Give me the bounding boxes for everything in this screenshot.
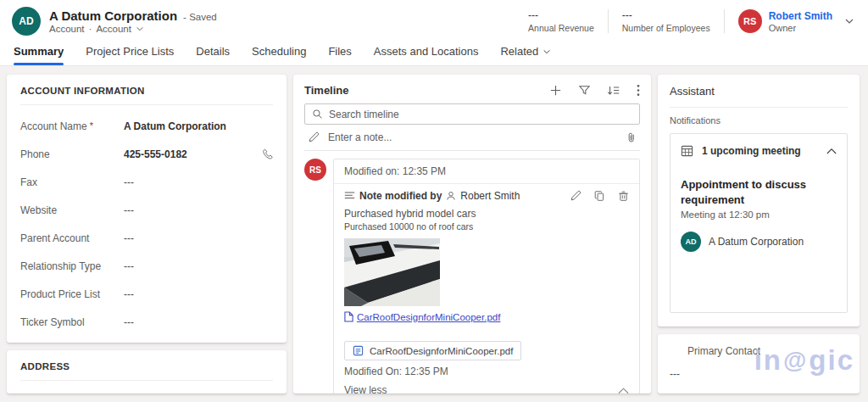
field-value[interactable]: ---: [124, 204, 134, 216]
header-field-annual-revenue[interactable]: --- Annual Revenue: [515, 9, 609, 33]
form-selector[interactable]: Account: [96, 24, 131, 34]
field-website: Website ---: [20, 196, 273, 224]
add-record-button[interactable]: [549, 84, 562, 97]
entity-type-label: Account: [49, 24, 85, 34]
delete-note-icon[interactable]: [618, 190, 629, 202]
account-information-section: ACCOUNT INFORMATION Account Name * A Dat…: [7, 75, 287, 343]
section-title: ADDRESS: [20, 361, 273, 371]
field-value[interactable]: ---: [124, 176, 134, 188]
note-file-link[interactable]: CarRoofDesignforMiniCooper.pdf: [357, 312, 500, 322]
notification-card: 1 upcoming meeting Appointment to discus…: [670, 133, 848, 313]
field-value[interactable]: 425-555-0182: [124, 148, 187, 160]
notification-account-row[interactable]: AD A Datum Corporation: [681, 232, 837, 252]
tab-assets-and-locations[interactable]: Assets and Locations: [374, 45, 479, 65]
filter-button[interactable]: [578, 84, 591, 97]
attachment-name: CarRoofDesignforMiniCooper.pdf: [370, 346, 513, 356]
phone-icon[interactable]: [262, 148, 273, 159]
field-label: Relationship Type: [20, 260, 101, 272]
person-icon: [446, 191, 456, 201]
plus-icon: [549, 84, 562, 97]
breadcrumb-separator: ·: [89, 24, 92, 34]
field-value[interactable]: ---: [124, 316, 134, 328]
owner-name-link[interactable]: Robert Smith: [769, 10, 832, 22]
paperclip-icon[interactable]: [626, 131, 637, 143]
field-value[interactable]: ---: [124, 260, 134, 272]
owner-role-label: Owner: [769, 23, 832, 33]
note-body-line2: Purchased 10000 no of roof cars: [344, 221, 629, 232]
form-body: ACCOUNT INFORMATION Account Name * A Dat…: [0, 66, 868, 402]
inogic-watermark: in@gic: [754, 344, 854, 377]
tab-files[interactable]: Files: [328, 45, 351, 65]
field-value[interactable]: A Datum Corporation: [124, 120, 226, 132]
divider: [20, 104, 273, 105]
enter-note-placeholder: Enter a note...: [328, 131, 392, 143]
chevron-down-icon: [542, 47, 551, 56]
note-body-line1: Purchased hybrid model cars: [344, 208, 629, 220]
chevron-up-icon: [618, 387, 629, 394]
saved-status: - Saved: [183, 12, 217, 22]
field-value[interactable]: ---: [124, 232, 134, 244]
notification-header: 1 upcoming meeting: [702, 145, 818, 157]
note-icon: [344, 191, 355, 201]
attachment-chip[interactable]: CarRoofDesignforMiniCooper.pdf: [344, 341, 521, 360]
tab-related[interactable]: Related: [500, 45, 551, 65]
field-label: Product Price List: [20, 288, 100, 300]
timeline-title: Timeline: [304, 84, 349, 97]
annual-revenue-label: Annual Revenue: [528, 23, 594, 33]
field-label: Phone: [20, 148, 50, 160]
field-value[interactable]: ---: [124, 288, 134, 300]
watermark-text: in: [754, 344, 782, 377]
vertical-ellipsis-icon: [637, 84, 640, 97]
view-less-control[interactable]: View less: [344, 384, 629, 394]
field-phone: Phone 425-555-0182: [20, 140, 273, 168]
note-author-avatar: RS: [304, 159, 326, 181]
account-avatar: AD: [12, 7, 41, 36]
tab-details[interactable]: Details: [196, 45, 230, 65]
field-product-price-list: Product Price List ---: [20, 280, 273, 308]
tab-summary[interactable]: Summary: [14, 45, 64, 65]
field-label: Fax: [20, 176, 37, 188]
primary-contact-section: Primary Contact --- CONTACTS in@gic: [658, 334, 860, 394]
calendar-icon: [681, 144, 693, 157]
owner-field[interactable]: RS Robert Smith Owner: [725, 9, 832, 33]
tab-scheduling[interactable]: Scheduling: [252, 45, 306, 65]
account-avatar: AD: [681, 232, 701, 252]
tab-project-price-lists[interactable]: Project Price Lists: [86, 45, 174, 65]
filter-icon: [578, 84, 591, 97]
search-timeline-input[interactable]: [304, 103, 640, 125]
watermark-text: gic: [809, 344, 854, 377]
watermark-at-glyph: @: [783, 347, 808, 374]
note-header-text: Note modified by: [359, 190, 442, 202]
field-label: Ticker Symbol: [20, 316, 85, 328]
field-ticker-symbol: Ticker Symbol ---: [20, 308, 273, 336]
field-account-name: Account Name * A Datum Corporation: [20, 112, 273, 140]
expand-collapse-records-button[interactable]: [607, 84, 620, 97]
notification-account-name: A Datum Corporation: [709, 236, 804, 248]
edit-note-icon[interactable]: [570, 190, 581, 202]
copy-note-icon[interactable]: [594, 190, 605, 202]
pdf-attachment-icon: [353, 345, 364, 356]
view-less-label: View less: [344, 384, 387, 394]
field-label: Account Name: [20, 120, 87, 132]
search-icon: [312, 109, 323, 120]
header-expand-chevron-icon[interactable]: [844, 16, 854, 26]
section-title: ACCOUNT INFORMATION: [20, 86, 273, 96]
field-relationship-type: Relationship Type ---: [20, 252, 273, 280]
timeline-section: Timeline: [293, 75, 651, 394]
chevron-down-icon[interactable]: [136, 25, 144, 33]
header-field-number-of-employees[interactable]: --- Number of Employees: [609, 9, 725, 33]
employees-label: Number of Employees: [622, 23, 710, 33]
notifications-label: Notifications: [670, 115, 848, 126]
enter-note-field[interactable]: Enter a note...: [304, 125, 640, 151]
tab-related-label: Related: [500, 45, 538, 58]
car-roof-image[interactable]: [344, 238, 440, 306]
timeline-note-record: RS Modified on: 12:35 PM Note modified b…: [304, 159, 640, 394]
sort-records-icon: [607, 84, 620, 97]
note-author-name[interactable]: Robert Smith: [460, 190, 520, 202]
chevron-up-icon[interactable]: [826, 148, 837, 154]
notification-title[interactable]: Appointment to discuss requirement: [681, 177, 808, 207]
more-commands-button[interactable]: [637, 84, 640, 97]
pdf-file-icon: [344, 311, 353, 322]
assistant-title: Assistant: [670, 85, 848, 98]
page-title: A Datum Corporation: [49, 8, 177, 23]
